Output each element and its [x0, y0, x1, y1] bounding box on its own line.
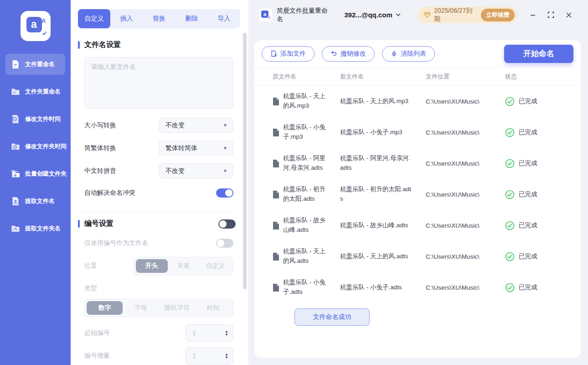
status-label: 已完成 [519, 252, 537, 261]
license-badge: 2025/06/27到期 立即续费 [418, 7, 517, 23]
sidebar-item-batch-create-folder[interactable]: 批量创建文件夹 [5, 163, 65, 184]
chevron-down-icon: ▼ [223, 146, 227, 151]
file-location: C:\Users\XU\Music\ [426, 222, 505, 229]
table-row[interactable]: 杭盖乐队 - 阿里河,母亲河.adts 杭盖乐队 - 阿里河,母亲河.adts … [254, 148, 581, 179]
start-rename-button[interactable]: 开始命名 [504, 45, 573, 63]
conflict-toggle[interactable] [216, 188, 233, 198]
file-icon [273, 284, 279, 292]
section-accent-bar [78, 220, 80, 228]
pinyin-convert-value: 不改变 [165, 167, 185, 175]
maximize-button[interactable] [546, 10, 557, 21]
logo-A-icon: A [41, 17, 46, 24]
original-filename: 杭盖乐队 - 初升的太阳.adts [283, 185, 329, 204]
start-number-label: 起始编号 [84, 329, 110, 337]
start-number-row: 起始编号 1 ▲▼ [84, 324, 233, 342]
case-convert-label: 大小写转换 [84, 121, 116, 130]
tab-custom[interactable]: 自定义 [78, 9, 110, 28]
account-menu[interactable]: 392...@qq.com [344, 11, 401, 19]
position-option-start[interactable]: 开头 [136, 259, 168, 273]
sidebar-item-folder-time[interactable]: 修改文件夹时间 [5, 136, 65, 157]
tc-sc-convert-select[interactable]: 繁体转简体 ▼ [159, 141, 233, 156]
folder-rename-icon [10, 86, 21, 97]
sidebar-item-label: 修改文件夹时间 [25, 142, 67, 151]
close-button[interactable] [563, 10, 574, 21]
only-number-label: 仅使用编号作为文件名 [84, 239, 148, 247]
add-files-label: 添加文件 [280, 50, 306, 58]
tab-replace[interactable]: 替换 [143, 9, 175, 28]
type-segmented-control: 数字 字母 随机字符 时间 [84, 299, 233, 317]
table-row[interactable]: 杭盖乐队 - 故乡山峰.adts 杭盖乐队 - 故乡山峰.adts C:\Use… [254, 210, 581, 241]
check-circle-icon [505, 128, 515, 137]
type-option-letter[interactable]: 字母 [123, 301, 159, 315]
minimize-button[interactable] [527, 10, 538, 21]
increment-input[interactable]: 1 ▲▼ [186, 347, 233, 365]
check-circle-icon [505, 283, 515, 292]
clear-list-label: 清除列表 [401, 50, 426, 58]
case-convert-value: 不改变 [165, 121, 185, 130]
table-row[interactable]: 杭盖乐队 - 天上的风.mp3 杭盖乐队 - 天上的风.mp3 C:\Users… [254, 86, 581, 117]
pinyin-convert-label: 中文转拼音 [84, 167, 116, 175]
table-row[interactable]: 杭盖乐队 - 小兔子.mp3 杭盖乐队 - 小兔子.mp3 C:\Users\X… [254, 117, 581, 148]
start-number-input[interactable]: 1 ▲▼ [186, 324, 233, 342]
tab-insert[interactable]: 插入 [110, 9, 143, 28]
status-label: 已完成 [519, 159, 537, 167]
account-email: 392...@qq.com [344, 11, 392, 19]
folder-create-icon [10, 168, 21, 179]
step-down-icon[interactable]: ▼ [225, 333, 228, 336]
original-filename: 杭盖乐队 - 天上的风.mp3 [283, 92, 329, 111]
new-filename: 杭盖乐队 - 天上的风.adts [340, 252, 412, 261]
increment-stepper[interactable]: ▲▼ [225, 353, 228, 359]
new-filename-input[interactable] [84, 57, 233, 109]
start-number-stepper[interactable]: ▲▼ [225, 330, 228, 336]
type-option-number[interactable]: 数字 [87, 301, 123, 315]
sidebar-item-file-rename[interactable]: 文件重命名 [5, 54, 65, 75]
app-icon-a: a [261, 10, 268, 18]
type-option-random[interactable]: 随机字符 [159, 301, 195, 315]
rename-success-toast[interactable]: 文件命名成功 [294, 308, 370, 326]
sidebar-item-file-time[interactable]: 修改文件时间 [5, 109, 65, 130]
original-filename: 杭盖乐队 - 天上的风.adts [283, 247, 329, 266]
table-row[interactable]: 杭盖乐队 - 初升的太阳.adts 杭盖乐队 - 初升的太阳.adts C:\U… [254, 179, 581, 210]
position-option-custom[interactable]: 自定义 [199, 259, 231, 273]
add-files-button[interactable]: 添加文件 [262, 46, 315, 62]
type-option-time[interactable]: 时间 [195, 301, 231, 315]
sidebar-item-folder-rename[interactable]: 文件夹重命名 [5, 81, 65, 102]
file-icon [273, 129, 279, 136]
start-number-value: 1 [192, 329, 196, 337]
clear-list-button[interactable]: 清除列表 [382, 46, 435, 62]
check-circle-icon [505, 252, 515, 261]
status-label: 已完成 [519, 128, 537, 136]
file-rename-icon [10, 59, 21, 70]
status-label: 已完成 [519, 283, 537, 292]
file-list-card: 添加文件 撤销修改 清除列表 开始命名 原文件名 新文件名 文件位置 状态 [254, 40, 581, 358]
file-location: C:\Users\XU\Music\ [426, 160, 505, 167]
step-down-icon[interactable]: ▼ [225, 356, 228, 359]
tab-import[interactable]: 导入 [208, 9, 240, 28]
logo-arrow-icon [41, 31, 47, 36]
numbering-toggle[interactable] [218, 219, 236, 229]
col-new-name: 新文件名 [340, 73, 426, 81]
sidebar-item-extract-filename[interactable]: 提取文件名 [5, 191, 65, 212]
table-row[interactable]: 杭盖乐队 - 天上的风.adts 杭盖乐队 - 天上的风.adts C:\Use… [254, 241, 581, 272]
renew-button[interactable]: 立即续费 [481, 9, 515, 21]
file-icon [273, 253, 279, 261]
case-convert-select[interactable]: 不改变 ▼ [159, 118, 233, 133]
pinyin-convert-select[interactable]: 不改变 ▼ [159, 163, 233, 178]
position-option-end[interactable]: 末尾 [168, 259, 200, 273]
file-location: C:\Users\XU\Music\ [426, 191, 505, 198]
col-status: 状态 [505, 73, 581, 81]
tc-sc-convert-value: 繁体转简体 [165, 144, 197, 152]
file-location: C:\Users\XU\Music\ [426, 129, 505, 136]
sidebar-item-extract-foldername[interactable]: 提取文件夹名 [5, 218, 65, 239]
sidebar-item-label: 提取文件夹名 [25, 224, 61, 233]
folder-time-icon [10, 141, 21, 152]
undo-button[interactable]: 撤销修改 [322, 46, 375, 62]
only-number-toggle[interactable] [216, 239, 233, 248]
settings-panel: 自定义 插入 替换 删除 导入 文件名设置 大小写转换 不改变 ▼ 简繁体转换 [71, 0, 248, 365]
table-row[interactable]: 杭盖乐队 - 小兔子.adts 杭盖乐队 - 小兔子.adts C:\Users… [254, 272, 581, 303]
original-filename: 杭盖乐队 - 故乡山峰.adts [283, 216, 329, 235]
tab-delete[interactable]: 删除 [175, 9, 208, 28]
broom-icon [391, 50, 397, 57]
new-filename: 杭盖乐队 - 阿里河,母亲河.adts [340, 154, 412, 173]
panel-scrollbar[interactable] [243, 33, 247, 289]
